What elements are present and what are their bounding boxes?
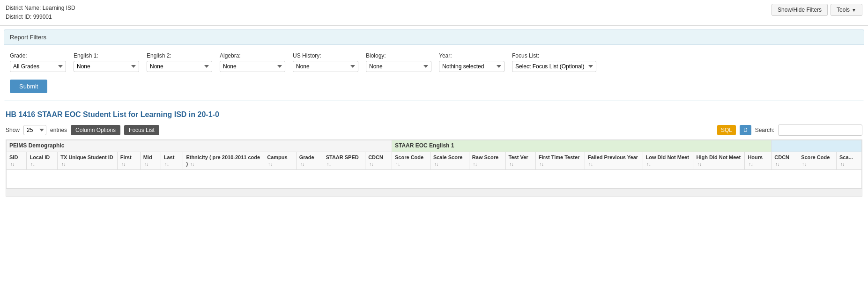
col-low-did-not-meet[interactable]: Low Did Not Meet ↑↓	[643, 152, 693, 169]
col-campus[interactable]: Campus ↑↓	[264, 152, 296, 169]
table-section: HB 1416 STAAR EOC Student List for Learn…	[0, 105, 868, 202]
col-first[interactable]: First ↑↓	[117, 152, 140, 169]
focus-list-button[interactable]: Focus List	[124, 125, 159, 135]
col-hours[interactable]: Hours ↑↓	[745, 152, 772, 169]
column-options-button[interactable]: Column Options	[71, 125, 120, 135]
english2-label: English 2:	[147, 52, 212, 59]
col-test-ver[interactable]: Test Ver ↑↓	[505, 152, 535, 169]
search-input[interactable]	[778, 124, 862, 136]
data-table: PEIMS Demographic STAAR EOC English 1 SI…	[6, 140, 862, 189]
sort-arrows-test-ver: ↑↓	[510, 162, 514, 168]
district-name: District Name: Learning ISD	[6, 4, 75, 13]
english1-select[interactable]: None	[74, 61, 139, 72]
sort-arrows-sca: ↑↓	[840, 162, 845, 168]
english1-label: English 1:	[74, 52, 139, 59]
entries-select[interactable]: 25 50 100	[23, 125, 46, 135]
col-last[interactable]: Last ↑↓	[161, 152, 183, 169]
table-controls: Show 25 50 100 entries Column Options Fo…	[6, 124, 862, 136]
english2-select[interactable]: None	[147, 61, 212, 72]
us-history-select[interactable]: None	[293, 61, 358, 72]
col-staar-sped[interactable]: STAAR SPED ↑↓	[323, 152, 365, 169]
filters-panel-header: Report Filters	[4, 30, 864, 45]
biology-filter: Biology: None	[366, 52, 431, 72]
table-empty-cell	[7, 169, 862, 188]
horizontal-scrollbar[interactable]	[6, 189, 862, 197]
sort-arrows-first: ↑↓	[121, 162, 126, 168]
search-label: Search:	[755, 127, 774, 133]
col-score-code2[interactable]: Score Code ↑↓	[798, 152, 837, 169]
header-buttons: Show/Hide Filters Tools ▼	[772, 4, 862, 16]
sort-arrows-tx-unique: ↑↓	[61, 162, 66, 168]
sort-arrows-ethnicity: ↑↓	[190, 162, 194, 168]
col-high-did-not-meet[interactable]: High Did Not Meet ↑↓	[693, 152, 745, 169]
filters-body: Grade: All Grades English 1: None Englis…	[4, 45, 864, 101]
sql-button[interactable]: SQL	[717, 125, 736, 135]
year-filter: Year: Nothing selected	[439, 52, 504, 72]
sort-arrows-mid: ↑↓	[144, 162, 148, 168]
show-hide-filters-button[interactable]: Show/Hide Filters	[772, 4, 828, 16]
sort-arrows-cdcn2: ↑↓	[775, 162, 779, 168]
col-scale-score[interactable]: Scale Score ↑↓	[430, 152, 469, 169]
tools-caret-icon: ▼	[852, 7, 856, 13]
show-label: Show	[6, 127, 20, 133]
sort-arrows-grade: ↑↓	[300, 162, 304, 168]
filters-row: Grade: All Grades English 1: None Englis…	[10, 52, 858, 72]
grade-filter: Grade: All Grades	[10, 52, 66, 72]
focus-list-filter: Focus List: Select Focus List (Optional)	[512, 52, 596, 72]
col-sca[interactable]: Sca... ↑↓	[837, 152, 862, 169]
data-table-wrapper: PEIMS Demographic STAAR EOC English 1 SI…	[6, 139, 862, 189]
table-controls-left: Show 25 50 100 entries Column Options Fo…	[6, 125, 159, 135]
sort-arrows-hours: ↑↓	[749, 162, 753, 168]
top-header: District Name: Learning ISD District ID:…	[0, 0, 868, 26]
tools-label: Tools	[837, 7, 850, 13]
algebra-filter: Algebra: None	[220, 52, 285, 72]
sort-arrows-score-code: ↑↓	[396, 162, 400, 168]
us-history-label: US History:	[293, 52, 358, 59]
sort-arrows-campus: ↑↓	[268, 162, 272, 168]
col-first-time-tester[interactable]: First Time Tester ↑↓	[535, 152, 585, 169]
col-failed-previous-year[interactable]: Failed Previous Year ↑↓	[585, 152, 643, 169]
biology-select[interactable]: None	[366, 61, 431, 72]
sort-arrows-local-id: ↑↓	[30, 162, 35, 168]
col-local-id[interactable]: Local ID ↑↓	[27, 152, 58, 169]
sort-arrows-raw-score: ↑↓	[473, 162, 477, 168]
us-history-filter: US History: None	[293, 52, 358, 72]
col-sid[interactable]: SID ↑↓	[7, 152, 27, 169]
col-cdcn2[interactable]: CDCN ↑↓	[772, 152, 798, 169]
staar-group-header-2	[772, 140, 862, 152]
focus-list-label: Focus List:	[512, 52, 596, 59]
col-mid[interactable]: Mid ↑↓	[140, 152, 161, 169]
focus-list-select[interactable]: Select Focus List (Optional)	[512, 61, 596, 72]
tools-button[interactable]: Tools ▼	[831, 4, 862, 16]
col-ethnicity[interactable]: Ethnicity ( pre 2010-2011 code ) ↑↓	[183, 152, 264, 169]
table-empty-row	[7, 169, 862, 188]
sort-arrows-score-code2: ↑↓	[802, 162, 806, 168]
submit-button[interactable]: Submit	[10, 80, 47, 93]
grade-select[interactable]: All Grades	[10, 61, 66, 72]
table-title: HB 1416 STAAR EOC Student List for Learn…	[6, 110, 862, 119]
year-select[interactable]: Nothing selected	[439, 61, 504, 72]
sort-arrows-low-did-not-meet: ↑↓	[647, 162, 651, 168]
sort-arrows-high-did-not-meet: ↑↓	[697, 162, 701, 168]
col-raw-score[interactable]: Raw Score ↑↓	[469, 152, 505, 169]
staar-group-header: STAAR EOC English 1	[392, 140, 772, 152]
d-button[interactable]: D	[740, 125, 751, 135]
sort-arrows-cdcn: ↑↓	[369, 162, 373, 168]
year-label: Year:	[439, 52, 504, 59]
col-cdcn[interactable]: CDCN ↑↓	[365, 152, 392, 169]
table-body	[7, 169, 862, 188]
biology-label: Biology:	[366, 52, 431, 59]
sort-arrows-last: ↑↓	[165, 162, 169, 168]
col-grade[interactable]: Grade ↑↓	[296, 152, 323, 169]
col-tx-unique[interactable]: TX Unique Student ID ↑↓	[58, 152, 117, 169]
grade-label: Grade:	[10, 52, 66, 59]
col-score-code[interactable]: Score Code ↑↓	[392, 152, 430, 169]
sort-arrows-failed-previous-year: ↑↓	[589, 162, 593, 168]
peims-group-header: PEIMS Demographic	[7, 140, 392, 152]
english2-filter: English 2: None	[147, 52, 212, 72]
table-controls-right: SQL D Search:	[717, 124, 862, 136]
algebra-select[interactable]: None	[220, 61, 285, 72]
district-id: District ID: 999001	[6, 13, 75, 22]
sort-arrows-first-time-tester: ↑↓	[540, 162, 544, 168]
algebra-label: Algebra:	[220, 52, 285, 59]
